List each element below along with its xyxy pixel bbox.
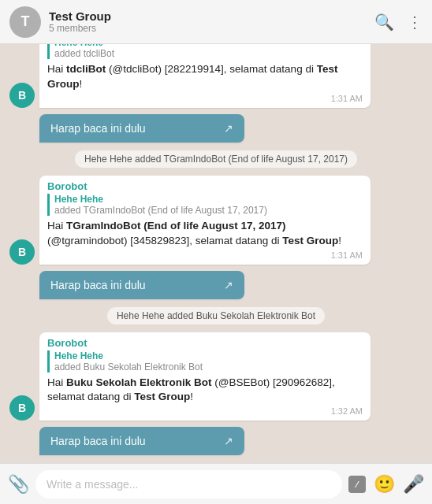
group-avatar-letter: T — [21, 13, 30, 30]
message-avatar: B — [9, 395, 35, 421]
message-input[interactable] — [35, 470, 342, 498]
bot-bubble-arrow-icon: ↗ — [224, 435, 233, 447]
chat-area: BBorobotHehe Heheadded tdcliBotHai tdcli… — [0, 44, 432, 463]
header-actions: 🔍 ⋮ — [374, 13, 423, 32]
group-title: Test Group — [49, 9, 374, 23]
bot-bubble-text: Harap baca ini dulu — [50, 435, 146, 447]
system-message: Hehe Hehe added TGramIndoBot (End of lif… — [9, 150, 423, 168]
quote-text: added Buku Sekolah Elektronik Bot — [54, 361, 363, 372]
message-bubble: BorobotHehe Heheadded Buku Sekolah Elekt… — [39, 332, 371, 421]
quote-sender: Hehe Hehe — [54, 350, 363, 361]
message-text: Hai TGramIndoBot (End of life August 17,… — [47, 219, 363, 249]
message-quote: Hehe Heheadded tdcliBot — [47, 44, 363, 59]
message-row: BBorobotHehe Heheadded TGramIndoBot (End… — [9, 176, 423, 265]
message-avatar: B — [9, 83, 35, 108]
message-sender: Borobot — [47, 337, 363, 349]
message-text: Hai tdcliBot (@tdcliBot) [282219914], se… — [47, 62, 363, 92]
mic-icon[interactable]: 🎤 — [403, 474, 424, 495]
header-info: Test Group 5 members — [49, 9, 374, 34]
system-message-text: Hehe Hehe added Buku Sekolah Elektronik … — [107, 307, 325, 324]
message-row: BBorobotHehe Heheadded Buku Sekolah Elek… — [9, 332, 423, 421]
message-quote: Hehe Heheadded Buku Sekolah Elektronik B… — [47, 350, 363, 372]
bot-row: Harap baca ini dulu↗ — [9, 114, 423, 143]
bot-bubble-text: Harap baca ini dulu — [50, 122, 146, 135]
emoji-icon[interactable]: 🙂 — [374, 474, 395, 495]
system-message-text: Hehe Hehe added TGramIndoBot (End of lif… — [75, 150, 357, 168]
message-text: Hai Buku Sekolah Elektronik Bot (@BSEBot… — [47, 376, 363, 406]
bot-command-icon[interactable]: ∕ — [348, 476, 366, 493]
message-quote: Hehe Heheadded TGramIndoBot (End of life… — [47, 194, 363, 216]
bot-row: Harap baca ini dulu↗ — [9, 427, 423, 455]
quote-sender: Hehe Hehe — [54, 194, 363, 205]
chat-header: T Test Group 5 members 🔍 ⋮ — [0, 0, 432, 44]
message-bubble: BorobotHehe Heheadded tdcliBotHai tdcliB… — [39, 44, 371, 108]
bot-bubble[interactable]: Harap baca ini dulu↗ — [39, 271, 244, 299]
system-message: Hehe Hehe added Buku Sekolah Elektronik … — [9, 307, 423, 324]
input-area: 📎 ∕ 🙂 🎤 — [0, 463, 432, 504]
bot-bubble[interactable]: Harap baca ini dulu↗ — [39, 114, 244, 143]
group-avatar: T — [9, 6, 41, 38]
bot-bubble-text: Harap baca ini dulu — [50, 279, 146, 291]
more-icon[interactable]: ⋮ — [407, 13, 423, 32]
message-time: 1:32 AM — [47, 406, 363, 416]
message-avatar: B — [9, 239, 35, 265]
group-subtitle: 5 members — [49, 23, 374, 34]
quote-text: added TGramIndoBot (End of life August 1… — [54, 205, 363, 216]
bot-bubble[interactable]: Harap baca ini dulu↗ — [39, 427, 244, 455]
attach-icon[interactable]: 📎 — [8, 474, 29, 495]
message-bubble: BorobotHehe Heheadded TGramIndoBot (End … — [39, 176, 371, 265]
quote-text: added tdcliBot — [54, 48, 363, 59]
bot-row: Harap baca ini dulu↗ — [9, 271, 423, 299]
message-row: BBorobotHehe Heheadded tdcliBotHai tdcli… — [9, 44, 423, 108]
message-sender: Borobot — [47, 180, 363, 192]
search-icon[interactable]: 🔍 — [374, 13, 394, 32]
bot-bubble-arrow-icon: ↗ — [224, 279, 233, 291]
input-right-icons: ∕ 🙂 🎤 — [348, 474, 424, 495]
message-time: 1:31 AM — [47, 94, 363, 103]
bot-bubble-arrow-icon: ↗ — [224, 122, 233, 135]
message-time: 1:31 AM — [47, 250, 363, 260]
